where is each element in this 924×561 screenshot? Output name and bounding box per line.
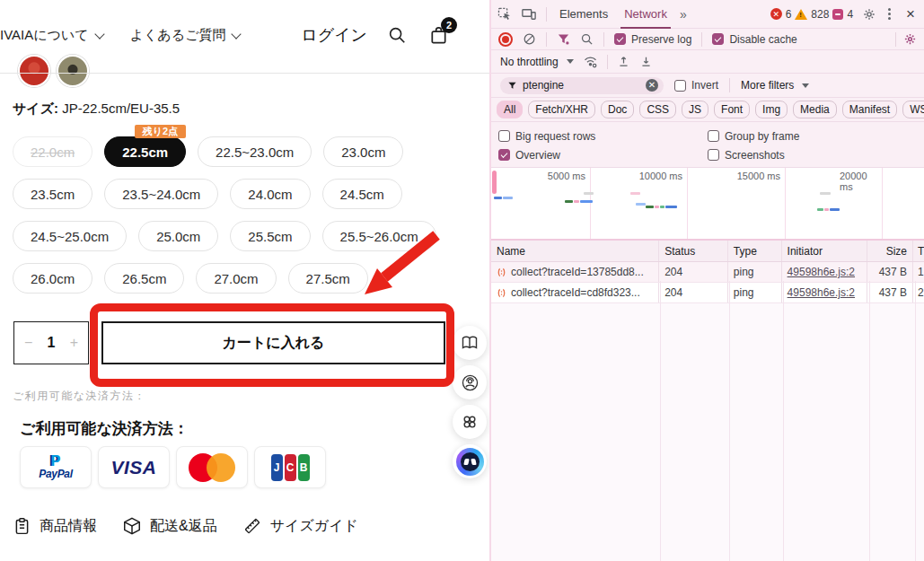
issues-count[interactable]: 4 xyxy=(847,8,853,21)
device-toolbar-icon[interactable] xyxy=(521,6,537,22)
overview-gridline xyxy=(687,168,688,239)
request-row[interactable]: collect?traceId=13785dd8... 204 ping 495… xyxy=(491,262,924,283)
size-chip-disabled[interactable]: 22.0cm xyxy=(13,136,92,167)
group-by-frame-checkbox[interactable]: Group by frame xyxy=(708,130,917,143)
column-header-name[interactable]: Name xyxy=(491,241,659,261)
initiator-link[interactable]: 49598h6e.js:2 xyxy=(788,266,855,278)
type-filter-manifest[interactable]: Manifest xyxy=(842,101,897,118)
record-network-log-icon[interactable] xyxy=(498,32,513,47)
color-swatch-red[interactable] xyxy=(18,55,50,87)
column-header-status[interactable]: Status xyxy=(659,241,728,261)
size-chip[interactable]: 25.5cm xyxy=(230,221,310,251)
column-header-initiator[interactable]: Initiator xyxy=(782,241,868,261)
size-chip[interactable]: 22.5~23.0cm xyxy=(198,136,312,167)
type-filter-doc[interactable]: Doc xyxy=(601,101,634,118)
overflow-menu-icon[interactable] xyxy=(885,8,893,20)
network-conditions-icon[interactable] xyxy=(583,54,598,69)
quantity-increase-button[interactable]: + xyxy=(70,335,78,351)
nav-about[interactable]: IVAIAについて xyxy=(0,27,103,44)
warning-icon[interactable] xyxy=(795,9,807,20)
quantity-decrease-button[interactable]: − xyxy=(24,335,32,351)
filter-input[interactable]: ptengine ✕ xyxy=(500,77,664,94)
search-button[interactable] xyxy=(385,23,409,47)
throttling-select[interactable]: No throttling xyxy=(500,56,574,68)
issues-icon[interactable] xyxy=(832,9,843,20)
filter-funnel-icon[interactable] xyxy=(557,32,570,46)
ai-assistant-button[interactable] xyxy=(453,444,487,478)
product-info-link[interactable]: 商品情報 xyxy=(13,517,97,536)
size-chip-selected[interactable]: 22.5cm 残り2点 xyxy=(104,136,186,167)
error-count[interactable]: 6 xyxy=(786,8,792,21)
overview-request-bar xyxy=(494,197,502,199)
type-filter-css[interactable]: CSS xyxy=(639,101,676,118)
screenshots-checkbox[interactable]: Screenshots xyxy=(708,149,917,162)
apps-clover-icon xyxy=(461,413,479,431)
size-chip[interactable]: 23.5~24.0cm xyxy=(104,179,218,209)
apps-button[interactable] xyxy=(453,405,487,439)
import-har-icon[interactable] xyxy=(617,55,630,68)
reading-list-button[interactable] xyxy=(453,326,487,360)
add-to-cart-button[interactable]: カートに入れる xyxy=(101,321,445,364)
network-overview[interactable]: 5000 ms10000 ms15000 ms20000 ms xyxy=(491,168,924,241)
type-filter-media[interactable]: Media xyxy=(793,101,837,118)
more-tabs-button[interactable]: » xyxy=(680,7,687,22)
type-filter-js[interactable]: JS xyxy=(682,101,708,118)
request-status: 204 xyxy=(659,262,728,282)
size-chip[interactable]: 25.0cm xyxy=(138,221,218,251)
clear-network-log-icon[interactable] xyxy=(523,32,536,46)
request-name: collect?traceId=13785dd8... xyxy=(511,266,644,278)
color-swatch-olive[interactable] xyxy=(57,55,89,87)
overview-checkbox[interactable]: Overview xyxy=(498,149,708,162)
inspect-element-icon[interactable] xyxy=(497,6,512,22)
jcb-letter: C xyxy=(285,454,296,481)
overview-drag-handle[interactable] xyxy=(492,171,497,194)
overview-tick-label: 10000 ms xyxy=(639,171,687,181)
type-filter-xhr[interactable]: Fetch/XHR xyxy=(528,101,595,118)
size-chip[interactable]: 23.5cm xyxy=(13,179,92,209)
error-icon[interactable]: ✕ xyxy=(770,8,782,20)
login-link[interactable]: ログイン xyxy=(301,24,367,46)
size-guide-link[interactable]: サイズガイド xyxy=(242,516,358,536)
tab-elements[interactable]: Elements xyxy=(556,0,612,29)
chevron-down-icon xyxy=(232,29,242,39)
type-filter-font[interactable]: Font xyxy=(714,101,750,118)
close-devtools-button[interactable]: × xyxy=(902,5,919,23)
column-header-time[interactable]: T xyxy=(913,241,924,261)
column-header-type[interactable]: Type xyxy=(728,241,782,261)
size-chip[interactable]: 26.0cm xyxy=(13,263,92,294)
request-type-filters: All Fetch/XHR Doc CSS JS Font Img Media … xyxy=(491,98,924,122)
export-har-icon[interactable] xyxy=(639,55,653,68)
size-chip[interactable]: 26.5cm xyxy=(104,263,184,294)
size-chip[interactable]: 24.0cm xyxy=(230,179,310,209)
size-chip[interactable]: 25.5~26.0cm xyxy=(322,221,436,251)
network-settings-gear-icon[interactable] xyxy=(903,32,917,46)
support-button[interactable] xyxy=(453,365,487,399)
size-chip[interactable]: 27.5cm xyxy=(288,263,368,294)
request-row[interactable]: collect?traceId=cd8fd323... 204 ping 495… xyxy=(491,283,924,303)
size-chip[interactable]: 27.0cm xyxy=(196,263,276,294)
size-chip[interactable]: 24.5~25.0cm xyxy=(13,221,127,251)
big-request-rows-checkbox[interactable]: Big request rows xyxy=(498,130,708,143)
cart-button[interactable]: 2 xyxy=(427,23,450,47)
column-header-size[interactable]: Size xyxy=(867,241,913,261)
size-chip[interactable]: 24.5cm xyxy=(322,179,402,209)
type-filter-img[interactable]: Img xyxy=(755,101,788,118)
preserve-log-checkbox[interactable]: Preserve log xyxy=(614,33,691,46)
throttling-value: No throttling xyxy=(500,56,559,68)
disable-cache-checkbox[interactable]: Disable cache xyxy=(712,33,796,46)
warning-count[interactable]: 828 xyxy=(811,8,829,21)
shipping-returns-link[interactable]: 配送&返品 xyxy=(122,516,217,536)
clear-filter-icon[interactable]: ✕ xyxy=(646,79,658,92)
type-filter-all[interactable]: All xyxy=(497,101,523,118)
nav-faq[interactable]: よくあるご質問 xyxy=(130,27,241,44)
size-chip[interactable]: 23.0cm xyxy=(323,136,403,167)
settings-gear-icon[interactable] xyxy=(862,7,876,22)
invert-checkbox[interactable]: Invert xyxy=(674,79,718,92)
more-filters-button[interactable]: More filters xyxy=(741,79,809,92)
product-links: 商品情報 配送&返品 サイズガイド xyxy=(13,516,358,536)
type-filter-ws[interactable]: WS xyxy=(902,101,924,118)
tab-network[interactable]: Network xyxy=(620,0,671,29)
initiator-link[interactable]: 49598h6e.js:2 xyxy=(788,286,855,299)
search-network-icon[interactable] xyxy=(580,32,594,46)
size-guide-label: サイズガイド xyxy=(270,517,358,536)
